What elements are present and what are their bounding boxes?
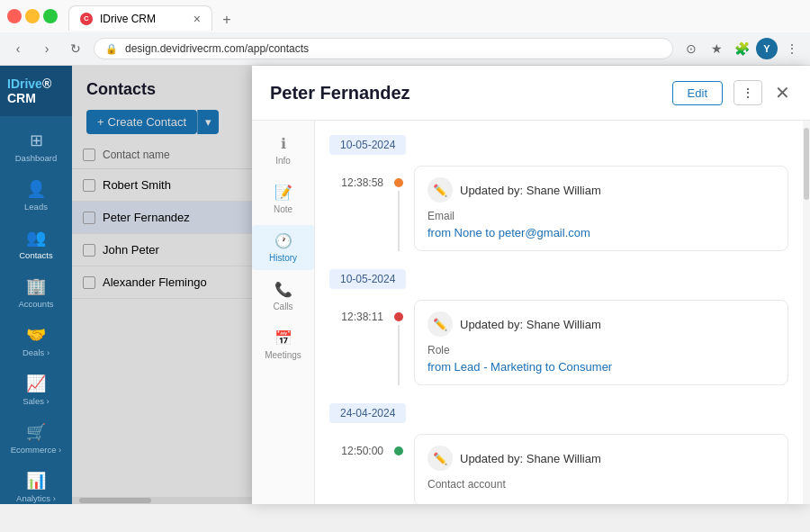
history-entry-1: 12:38:58 ✏️ Updated by: Shane William (329, 166, 788, 251)
entry-value-1: from None to peter@gmail.com (428, 226, 775, 239)
sidebar-item-ecommerce[interactable]: 🛒 Ecommerce › (0, 415, 72, 462)
tab-title: IDrive CRM (100, 13, 156, 25)
new-tab-btn[interactable]: + (216, 9, 238, 31)
back-btn[interactable]: ‹ (7, 38, 29, 59)
browser-titlebar: C IDrive CRM × + (0, 0, 810, 32)
logo: IDrive® CRM (7, 77, 65, 105)
scrollbar-thumb (79, 498, 151, 503)
entry-line-1 (398, 191, 400, 251)
contact-name-0: Robert Smith (103, 178, 171, 192)
logo-area: IDrive® CRM (0, 66, 72, 116)
select-all-checkbox[interactable] (83, 149, 95, 161)
lock-icon: 🔒 (105, 43, 118, 55)
entry-card-2: ✏️ Updated by: Shane William Role from L… (414, 300, 788, 385)
calls-icon: 📞 (274, 281, 292, 298)
browser-controls (7, 9, 58, 23)
row-checkbox-2[interactable] (83, 244, 95, 257)
row-checkbox-1[interactable] (83, 212, 95, 224)
sidebar-label-sales: Sales › (22, 396, 50, 406)
dashboard-icon: ⊞ (30, 131, 43, 150)
row-checkbox-0[interactable] (83, 179, 95, 192)
browser-tab[interactable]: C IDrive CRM × (68, 5, 212, 31)
column-contact-name: Contact name (103, 149, 170, 161)
info-icon: ℹ (281, 135, 286, 152)
browser-chrome: C IDrive CRM × + ‹ › ↻ 🔒 design.devidriv… (0, 0, 810, 66)
history-entry-2: 12:38:11 ✏️ Updated by: Shane William (329, 300, 788, 385)
entry-updated-2: Updated by: Shane William (460, 318, 601, 331)
contact-name-2: John Peter (103, 243, 159, 257)
side-nav-meetings[interactable]: 📅 Meetings (252, 322, 314, 367)
browser-icons: ⊙ ★ 🧩 Y ⋮ (680, 38, 803, 59)
entry-card-header-2: ✏️ Updated by: Shane William (428, 311, 775, 337)
accounts-icon: 🏢 (26, 276, 46, 296)
sidebar-label-ecommerce: Ecommerce › (11, 445, 61, 455)
refresh-btn[interactable]: ↻ (65, 38, 86, 59)
entry-dot-2 (394, 312, 403, 321)
forward-btn[interactable]: › (36, 38, 58, 59)
side-nav-note[interactable]: 📝 Note (252, 176, 314, 221)
entry-dot-line-1 (394, 166, 403, 251)
date-group-2: 10-05-2024 12:38:11 ✏️ Updated by: Shane (329, 269, 788, 385)
sidebar-item-contacts[interactable]: 👥 Contacts (0, 221, 72, 267)
url-bar[interactable]: 🔒 design.devidrivecrm.com/app/contacts (94, 38, 673, 59)
detail-body: ℹ Info 📝 Note 🕐 History 📞 Calls (252, 121, 810, 504)
entry-field-1: Email (428, 210, 775, 222)
detail-scrollbar-thumb (804, 128, 809, 200)
more-options-btn[interactable]: ⋮ (734, 80, 762, 105)
bookmark-icon[interactable]: ★ (706, 38, 727, 59)
edit-btn[interactable]: Edit (672, 81, 723, 105)
app: IDrive® CRM ⊞ Dashboard 👤 Leads 👥 Contac… (0, 66, 810, 504)
date-group-1: 10-05-2024 12:38:58 ✏️ Updated by: Shane (329, 135, 788, 251)
close-detail-btn[interactable]: ✕ (773, 80, 792, 105)
entry-edit-icon-1: ✏️ (428, 177, 453, 203)
detail-scrollbar[interactable] (803, 121, 810, 504)
tab-close-btn[interactable]: × (194, 13, 201, 25)
entry-updated-3: Updated by: Shane William (460, 452, 601, 465)
note-icon: 📝 (274, 184, 292, 201)
sidebar-item-accounts[interactable]: 🏢 Accounts (0, 269, 72, 316)
entry-edit-icon-3: ✏️ (428, 446, 453, 471)
sidebar-item-analytics[interactable]: 📊 Analytics › (0, 464, 72, 504)
entry-value-2: from Lead - Marketing to Consumer (428, 360, 775, 374)
analytics-icon: 📊 (26, 471, 46, 491)
entry-dot-line-3 (394, 434, 403, 504)
leads-icon: 👤 (26, 179, 46, 199)
date-badge-3: 24-04-2024 (329, 403, 406, 423)
browser-close-btn[interactable] (7, 9, 22, 23)
user-avatar[interactable]: Y (756, 38, 778, 59)
sidebar-item-leads[interactable]: 👤 Leads (0, 172, 72, 219)
date-badge-2: 10-05-2024 (329, 269, 406, 289)
row-checkbox-3[interactable] (83, 276, 95, 289)
browser-max-btn[interactable] (43, 9, 58, 23)
browser-min-btn[interactable] (25, 9, 40, 23)
date-badge-1: 10-05-2024 (329, 135, 406, 155)
side-nav-label-note: Note (274, 204, 292, 214)
contact-name-1: Peter Fernandez (103, 211, 190, 224)
history-entry-3: 12:50:00 ✏️ Updated by: Shane William Co… (329, 434, 788, 504)
side-nav-calls[interactable]: 📞 Calls (252, 274, 314, 319)
entry-dot-1 (394, 178, 403, 187)
tab-favicon: C (80, 13, 93, 25)
sidebar-label-leads: Leads (24, 202, 48, 212)
create-contact-dropdown-btn[interactable]: ▾ (197, 110, 219, 134)
sidebar-item-sales[interactable]: 📈 Sales › (0, 366, 72, 413)
sidebar-item-dashboard[interactable]: ⊞ Dashboard (0, 123, 72, 170)
extension-icon[interactable]: 🧩 (731, 38, 752, 59)
detail-header: Peter Fernandez Edit ⋮ ✕ (252, 66, 810, 121)
entry-card-1: ✏️ Updated by: Shane William Email from … (414, 166, 788, 251)
side-nav-info[interactable]: ℹ Info (252, 128, 314, 173)
create-contact-btn[interactable]: + Create Contact (86, 110, 197, 134)
side-nav-label-info: Info (275, 156, 291, 166)
entry-card-header-3: ✏️ Updated by: Shane William (428, 446, 775, 471)
entry-card-header-1: ✏️ Updated by: Shane William (428, 177, 775, 203)
contacts-icon: 👥 (26, 228, 46, 248)
sidebar-item-deals[interactable]: 🤝 Deals › (0, 318, 72, 365)
detail-title: Peter Fernandez (270, 83, 662, 104)
menu-icon[interactable]: ⋮ (781, 38, 803, 59)
entry-card-3: ✏️ Updated by: Shane William Contact acc… (414, 434, 788, 504)
sidebar-label-analytics: Analytics › (16, 493, 56, 503)
entry-time-3: 12:50:00 (329, 434, 383, 504)
side-nav-history[interactable]: 🕐 History (252, 225, 314, 270)
address-bar: ‹ › ↻ 🔒 design.devidrivecrm.com/app/cont… (0, 32, 810, 65)
cast-icon[interactable]: ⊙ (680, 38, 702, 59)
